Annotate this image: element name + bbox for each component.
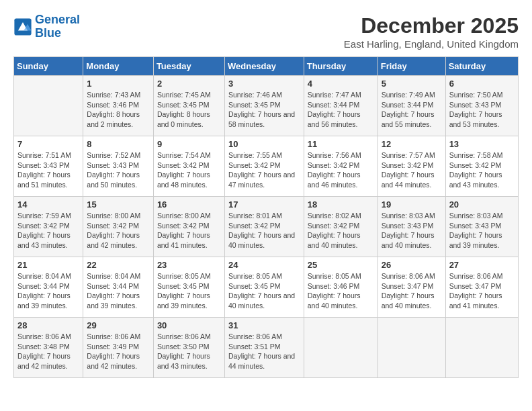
calendar-cell: 17 Sunrise: 8:01 AMSunset: 3:42 PMDaylig…: [224, 197, 304, 257]
day-number: 13: [449, 139, 515, 149]
calendar-cell: 7 Sunrise: 7:51 AMSunset: 3:43 PMDayligh…: [14, 136, 83, 197]
weekday-header-saturday: Saturday: [445, 57, 518, 76]
calendar-cell: 30 Sunrise: 8:06 AMSunset: 3:50 PMDaylig…: [153, 318, 224, 378]
day-number: 15: [87, 199, 150, 210]
title-block: December 2025 East Harling, England, Uni…: [344, 13, 519, 50]
day-number: 5: [382, 79, 442, 89]
day-info: Sunrise: 8:06 AMSunset: 3:48 PMDaylight:…: [17, 332, 79, 371]
day-info: Sunrise: 8:04 AMSunset: 3:44 PMDaylight:…: [17, 271, 79, 311]
calendar-cell: 26 Sunrise: 8:06 AMSunset: 3:47 PMDaylig…: [378, 257, 445, 318]
day-info: Sunrise: 8:06 AMSunset: 3:47 PMDaylight:…: [382, 271, 442, 311]
calendar-cell: 31 Sunrise: 8:06 AMSunset: 3:51 PMDaylig…: [224, 318, 304, 378]
day-info: Sunrise: 7:45 AMSunset: 3:45 PMDaylight:…: [157, 90, 221, 130]
logo-line2: Blue: [35, 26, 61, 40]
calendar-cell: 5 Sunrise: 7:49 AMSunset: 3:44 PMDayligh…: [378, 76, 445, 136]
calendar-cell: 24 Sunrise: 8:05 AMSunset: 3:45 PMDaylig…: [224, 257, 304, 318]
logo: General Blue: [13, 13, 80, 40]
day-number: 6: [449, 79, 515, 89]
weekday-header-friday: Friday: [378, 57, 445, 76]
logo-line1: General: [35, 13, 80, 26]
calendar-cell: 15 Sunrise: 8:00 AMSunset: 3:42 PMDaylig…: [83, 197, 154, 257]
calendar-cell: 18 Sunrise: 8:02 AMSunset: 3:42 PMDaylig…: [304, 197, 378, 257]
day-info: Sunrise: 8:00 AMSunset: 3:42 PMDaylight:…: [87, 211, 150, 250]
day-info: Sunrise: 7:51 AMSunset: 3:43 PMDaylight:…: [17, 150, 79, 190]
calendar-cell: 8 Sunrise: 7:52 AMSunset: 3:43 PMDayligh…: [83, 136, 154, 197]
day-info: Sunrise: 7:56 AMSunset: 3:42 PMDaylight:…: [308, 150, 374, 190]
day-info: Sunrise: 7:59 AMSunset: 3:42 PMDaylight:…: [17, 211, 79, 250]
day-info: Sunrise: 8:05 AMSunset: 3:45 PMDaylight:…: [228, 271, 300, 311]
calendar-cell: 13 Sunrise: 7:58 AMSunset: 3:42 PMDaylig…: [445, 136, 518, 197]
day-info: Sunrise: 7:47 AMSunset: 3:44 PMDaylight:…: [308, 90, 374, 130]
calendar-cell: 4 Sunrise: 7:47 AMSunset: 3:44 PMDayligh…: [304, 76, 378, 136]
day-number: 26: [382, 260, 442, 270]
calendar-cell: [304, 318, 378, 378]
weekday-header-tuesday: Tuesday: [153, 57, 224, 76]
day-info: Sunrise: 7:49 AMSunset: 3:44 PMDaylight:…: [382, 90, 442, 130]
day-number: 28: [17, 320, 79, 330]
day-number: 29: [87, 320, 150, 330]
day-number: 22: [87, 260, 150, 270]
day-number: 2: [157, 79, 221, 89]
day-info: Sunrise: 8:03 AMSunset: 3:43 PMDaylight:…: [382, 211, 442, 250]
page-header: General Blue December 2025 East Harling,…: [13, 13, 519, 50]
day-number: 1: [87, 79, 150, 89]
day-number: 27: [449, 260, 515, 270]
calendar-cell: [14, 76, 83, 136]
day-info: Sunrise: 8:05 AMSunset: 3:45 PMDaylight:…: [157, 271, 221, 311]
calendar-cell: 6 Sunrise: 7:50 AMSunset: 3:43 PMDayligh…: [445, 76, 518, 136]
day-number: 7: [17, 139, 79, 149]
day-info: Sunrise: 8:04 AMSunset: 3:44 PMDaylight:…: [87, 271, 150, 311]
calendar-cell: 16 Sunrise: 8:00 AMSunset: 3:42 PMDaylig…: [153, 197, 224, 257]
day-number: 18: [308, 199, 374, 210]
weekday-header-row: SundayMondayTuesdayWednesdayThursdayFrid…: [14, 57, 519, 76]
day-info: Sunrise: 8:05 AMSunset: 3:46 PMDaylight:…: [308, 271, 374, 311]
calendar-cell: 25 Sunrise: 8:05 AMSunset: 3:46 PMDaylig…: [304, 257, 378, 318]
calendar-cell: 21 Sunrise: 8:04 AMSunset: 3:44 PMDaylig…: [14, 257, 83, 318]
day-info: Sunrise: 7:58 AMSunset: 3:42 PMDaylight:…: [449, 150, 515, 190]
day-info: Sunrise: 8:00 AMSunset: 3:42 PMDaylight:…: [157, 211, 221, 250]
calendar-cell: 9 Sunrise: 7:54 AMSunset: 3:42 PMDayligh…: [153, 136, 224, 197]
day-number: 8: [87, 139, 150, 149]
day-number: 24: [228, 260, 300, 270]
day-info: Sunrise: 8:06 AMSunset: 3:47 PMDaylight:…: [449, 271, 515, 311]
day-number: 31: [228, 320, 300, 330]
week-row-4: 21 Sunrise: 8:04 AMSunset: 3:44 PMDaylig…: [14, 257, 519, 318]
calendar-cell: 10 Sunrise: 7:55 AMSunset: 3:42 PMDaylig…: [224, 136, 304, 197]
calendar-cell: 19 Sunrise: 8:03 AMSunset: 3:43 PMDaylig…: [378, 197, 445, 257]
day-number: 20: [449, 199, 515, 210]
day-number: 9: [157, 139, 221, 149]
logo-icon: [13, 17, 32, 36]
day-number: 10: [228, 139, 300, 149]
day-info: Sunrise: 7:50 AMSunset: 3:43 PMDaylight:…: [449, 90, 515, 130]
weekday-header-thursday: Thursday: [304, 57, 378, 76]
day-info: Sunrise: 7:55 AMSunset: 3:42 PMDaylight:…: [228, 150, 300, 190]
calendar-cell: 28 Sunrise: 8:06 AMSunset: 3:48 PMDaylig…: [14, 318, 83, 378]
calendar-cell: 27 Sunrise: 8:06 AMSunset: 3:47 PMDaylig…: [445, 257, 518, 318]
day-number: 16: [157, 199, 221, 210]
day-number: 12: [382, 139, 442, 149]
day-info: Sunrise: 8:06 AMSunset: 3:49 PMDaylight:…: [87, 332, 150, 371]
calendar-cell: 1 Sunrise: 7:43 AMSunset: 3:46 PMDayligh…: [83, 76, 154, 136]
week-row-3: 14 Sunrise: 7:59 AMSunset: 3:42 PMDaylig…: [14, 197, 519, 257]
calendar-cell: [445, 318, 518, 378]
weekday-header-monday: Monday: [83, 57, 154, 76]
week-row-2: 7 Sunrise: 7:51 AMSunset: 3:43 PMDayligh…: [14, 136, 519, 197]
day-number: 11: [308, 139, 374, 149]
day-number: 30: [157, 320, 221, 330]
calendar-cell: 11 Sunrise: 7:56 AMSunset: 3:42 PMDaylig…: [304, 136, 378, 197]
day-info: Sunrise: 8:02 AMSunset: 3:42 PMDaylight:…: [308, 211, 374, 250]
day-info: Sunrise: 8:06 AMSunset: 3:50 PMDaylight:…: [157, 332, 221, 371]
day-number: 21: [17, 260, 79, 270]
day-number: 4: [308, 79, 374, 89]
day-number: 17: [228, 199, 300, 210]
day-number: 3: [228, 79, 300, 89]
calendar-table: SundayMondayTuesdayWednesdayThursdayFrid…: [13, 56, 519, 378]
day-info: Sunrise: 7:43 AMSunset: 3:46 PMDaylight:…: [87, 90, 150, 130]
calendar-cell: 14 Sunrise: 7:59 AMSunset: 3:42 PMDaylig…: [14, 197, 83, 257]
calendar-cell: 2 Sunrise: 7:45 AMSunset: 3:45 PMDayligh…: [153, 76, 224, 136]
day-number: 19: [382, 199, 442, 210]
day-info: Sunrise: 8:06 AMSunset: 3:51 PMDaylight:…: [228, 332, 300, 371]
location: East Harling, England, United Kingdom: [344, 38, 519, 50]
calendar-cell: 23 Sunrise: 8:05 AMSunset: 3:45 PMDaylig…: [153, 257, 224, 318]
calendar-cell: 3 Sunrise: 7:46 AMSunset: 3:45 PMDayligh…: [224, 76, 304, 136]
